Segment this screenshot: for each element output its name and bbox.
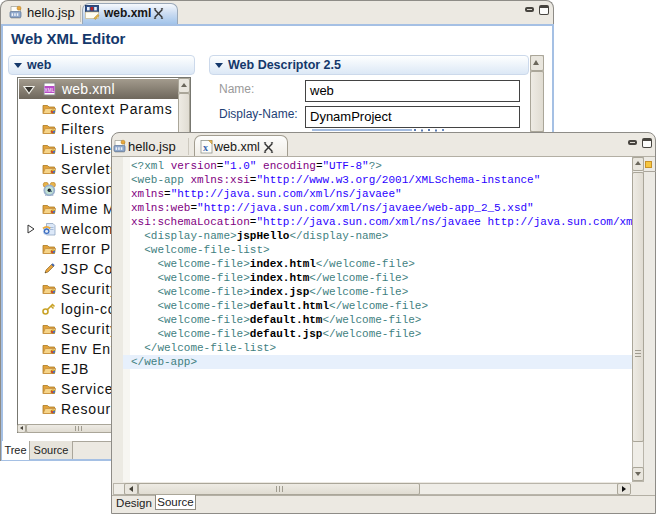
svg-text:x: x	[203, 142, 208, 153]
svg-text:XML: XML	[45, 88, 55, 93]
